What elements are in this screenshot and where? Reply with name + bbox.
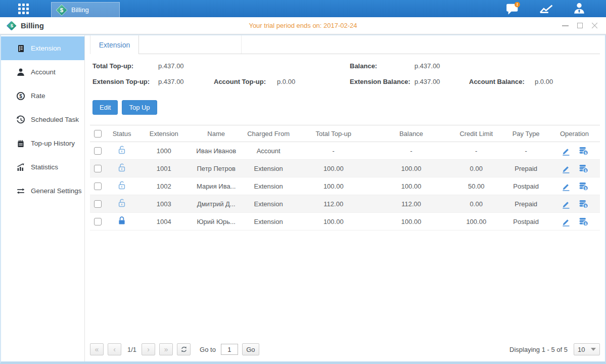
table-row: 1003Дмитрий Д...Extension112.00112.000.0… (90, 195, 600, 213)
refresh-icon (180, 346, 188, 353)
cell-balance: 100.00 (373, 177, 449, 195)
svg-text:$: $ (584, 204, 586, 208)
topup-row-button[interactable]: $ (579, 164, 588, 173)
first-page-button[interactable]: « (90, 343, 104, 355)
sidebar: Extension Account $ Rate (1, 35, 85, 361)
cell-total-topup: 100.00 (294, 160, 373, 177)
cell-pay-type: Prepaid (503, 160, 549, 177)
select-all-checkbox[interactable] (94, 130, 102, 138)
billing-app-tab[interactable]: $ Billing (51, 2, 120, 17)
refresh-button[interactable] (177, 343, 191, 355)
next-page-button[interactable]: › (142, 343, 155, 355)
lock-open-icon[interactable] (117, 162, 127, 173)
edit-button[interactable]: Edit (92, 100, 118, 115)
scheduled-task-icon (16, 115, 25, 124)
maximize-button[interactable] (577, 22, 583, 29)
topup-history-icon (16, 139, 25, 148)
sidebar-item-account[interactable]: Account (1, 60, 84, 84)
table-row: 1002Мария Ива...Extension100.00100.0050.… (90, 177, 600, 195)
pagination-bar: « ‹ 1/1 › » Go to Go Displaying (90, 343, 600, 355)
resource-monitor-icon[interactable] (539, 3, 553, 15)
col-pay-type: Pay Type (503, 125, 549, 142)
app-grid-icon[interactable] (18, 4, 29, 14)
minimize-button[interactable] (562, 22, 569, 29)
row-checkbox[interactable] (94, 147, 102, 155)
lock-closed-icon[interactable] (117, 215, 127, 226)
last-page-button[interactable]: » (159, 343, 173, 355)
edit-row-button[interactable] (561, 217, 571, 226)
edit-row-button[interactable] (561, 199, 571, 209)
cell-extension: 1000 (138, 142, 190, 160)
lock-open-icon[interactable] (117, 180, 127, 191)
displaying-text: Displaying 1 - 5 of 5 (509, 346, 568, 353)
row-checkbox[interactable] (94, 183, 102, 190)
cell-credit-limit: 0.00 (449, 195, 503, 213)
goto-page-input[interactable] (221, 344, 238, 355)
prev-page-button[interactable]: ‹ (108, 343, 121, 355)
svg-text:$: $ (584, 151, 586, 155)
edit-row-button[interactable] (561, 181, 571, 191)
statistics-icon (16, 163, 25, 172)
row-checkbox[interactable] (94, 200, 102, 208)
account-topup-label: Account Top-up: (214, 78, 266, 85)
topup-row-button[interactable]: $ (579, 146, 588, 156)
sidebar-item-general-settings[interactable]: General Settings (1, 179, 84, 203)
topup-row-button[interactable]: $ (579, 199, 588, 209)
billing-diamond-icon: $ (7, 21, 17, 31)
chat-icon[interactable]: ! (506, 2, 520, 15)
total-topup-label: Total Top-up: (92, 62, 133, 70)
account-balance-label: Account Balance: (469, 78, 525, 85)
sidebar-item-rate[interactable]: $ Rate (1, 84, 84, 108)
cell-name: Петр Петров (190, 160, 243, 177)
cell-charged-from: Extension (243, 213, 294, 231)
close-button[interactable] (591, 22, 598, 29)
general-settings-icon (16, 187, 25, 196)
sidebar-item-scheduled-task[interactable]: Scheduled Task (1, 108, 84, 131)
account-icon (16, 68, 25, 77)
title-bar: $ Billing Your trial period ends on: 201… (0, 17, 606, 34)
extension-balance-label: Extension Balance: (350, 78, 410, 85)
sidebar-item-label: Account (31, 68, 56, 76)
sidebar-item-extension[interactable]: Extension (1, 36, 84, 60)
cell-extension: 1003 (138, 195, 190, 213)
billing-app-window: $ Billing ! (0, 0, 606, 364)
extension-balance-value: p.437.00 (414, 78, 440, 85)
extension-table: Status Extension Name Charged From Total… (90, 125, 600, 231)
edit-row-button[interactable] (561, 146, 571, 156)
sidebar-item-topup-history[interactable]: Top-up History (1, 131, 84, 155)
lock-open-icon[interactable] (117, 198, 127, 208)
sidebar-item-statistics[interactable]: Statistics (1, 155, 84, 179)
billing-tab-label: Billing (71, 6, 89, 14)
cell-charged-from: Extension (243, 177, 294, 195)
topup-button[interactable]: Top Up (122, 100, 157, 115)
edit-icon (561, 199, 571, 209)
topup-icon: $ (579, 217, 588, 226)
table-header-row: Status Extension Name Charged From Total… (90, 125, 600, 142)
lock-open-icon[interactable] (117, 145, 127, 155)
extension-topup-value: p.437.00 (158, 78, 184, 85)
user-icon[interactable] (573, 2, 586, 15)
edit-row-button[interactable] (561, 164, 571, 173)
row-checkbox[interactable] (94, 165, 102, 172)
page-indicator: 1/1 (127, 346, 136, 353)
topup-row-button[interactable]: $ (579, 181, 588, 191)
sidebar-item-label: Statistics (31, 163, 58, 171)
balance-label: Balance: (350, 62, 377, 70)
svg-text:$: $ (584, 168, 586, 172)
cell-balance: 100.00 (373, 213, 449, 231)
cell-balance: - (373, 142, 449, 160)
balance-value: p.437.00 (414, 62, 440, 70)
account-topup-value: p.0.00 (277, 78, 295, 85)
rate-icon: $ (16, 92, 25, 101)
edit-icon (561, 164, 571, 173)
table-row: 1004Юрий Юрь...Extension100.00100.00100.… (90, 213, 600, 231)
topup-row-button[interactable]: $ (579, 217, 588, 226)
cell-credit-limit: 50.00 (449, 177, 503, 195)
tab-extension[interactable]: Extension (90, 35, 139, 54)
col-credit-limit: Credit Limit (449, 125, 503, 142)
tab-strip: Extension (90, 35, 600, 54)
go-button[interactable]: Go (242, 343, 259, 355)
row-checkbox[interactable] (94, 218, 102, 225)
main-panel: Extension Total Top-up: p.437.00 Balance… (85, 35, 605, 361)
page-size-select[interactable]: 10 (574, 343, 600, 355)
